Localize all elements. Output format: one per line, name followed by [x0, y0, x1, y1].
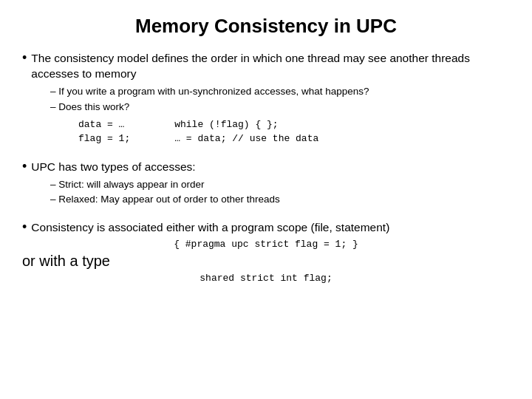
code-left-col: data = … flag = 1; — [78, 117, 130, 146]
bullet-dot-1: • — [22, 50, 27, 66]
sub-bullets-2: – Strict: will always appear in order – … — [50, 178, 510, 208]
code-line-2: flag = 1; — [78, 132, 130, 146]
section-1: • The consistency model defines the orde… — [22, 51, 510, 146]
code-line-3: while (!flag) { }; — [174, 117, 318, 132]
bullet-2: • UPC has two types of accesses: — [22, 160, 510, 175]
sub-bullet-1-2: – Does this work? — [50, 100, 510, 115]
bullet-3: • Consistency is associated either with … — [22, 220, 510, 236]
code-shared-strict: shared strict int flag; — [22, 273, 510, 284]
code-block-1: data = … flag = 1; while (!flag) { }; … … — [78, 117, 510, 146]
sub-bullets-1: – If you write a program with un-synchro… — [50, 85, 510, 146]
bullet-1: • The consistency model defines the orde… — [22, 51, 510, 82]
page-title: Memory Consistency in UPC — [22, 15, 510, 38]
bullet-3-text: Consistency is associated either with a … — [31, 220, 389, 236]
section-2: • UPC has two types of accesses: – Stric… — [22, 160, 510, 208]
code-row-1: data = … flag = 1; while (!flag) { }; … … — [78, 117, 510, 146]
section-3: • Consistency is associated either with … — [22, 220, 510, 284]
code-pragma: { #pragma upc strict flag = 1; } — [22, 239, 510, 250]
bullet-2-text: UPC has two types of accesses: — [31, 160, 195, 175]
sub-bullet-1-1: – If you write a program with un-synchro… — [50, 85, 510, 99]
sub-bullet-2-2: – Relaxed: May appear out of order to ot… — [50, 193, 510, 207]
or-with-type-text: or with a type — [22, 253, 510, 270]
bullet-1-text: The consistency model defines the order … — [31, 51, 510, 82]
code-right-col: while (!flag) { }; … = data; // use the … — [174, 117, 318, 146]
code-line-1: data = … — [78, 117, 130, 132]
sub-bullet-2-1: – Strict: will always appear in order — [50, 178, 510, 192]
code-line-4: … = data; // use the data — [174, 132, 318, 146]
bullet-dot-2: • — [22, 159, 27, 174]
bullet-dot-3: • — [22, 219, 27, 235]
